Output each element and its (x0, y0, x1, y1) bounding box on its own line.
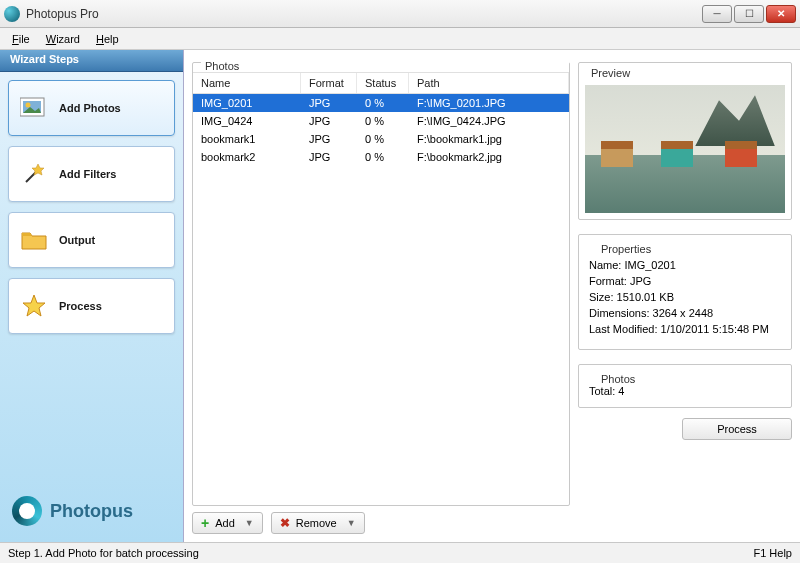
add-button[interactable]: + Add ▼ (192, 512, 263, 534)
table-header: Name Format Status Path (193, 72, 569, 94)
wizard-step-label: Add Filters (59, 168, 116, 180)
photos-count-title: Photos (597, 373, 639, 385)
photos-table[interactable]: Name Format Status Path IMG_0201 JPG 0 %… (193, 72, 569, 505)
photo-icon (19, 93, 49, 123)
prop-format: JPG (630, 275, 651, 287)
table-row[interactable]: IMG_0201 JPG 0 % F:\IMG_0201.JPG (193, 94, 569, 112)
star-icon (19, 291, 49, 321)
col-path[interactable]: Path (409, 73, 569, 93)
menu-help[interactable]: Help (90, 31, 125, 47)
photos-count-group: Photos Total: 4 (578, 364, 792, 408)
minimize-button[interactable]: ─ (702, 5, 732, 23)
x-icon: ✖ (280, 517, 290, 529)
col-status[interactable]: Status (357, 73, 409, 93)
preview-image (585, 85, 785, 213)
wizard-step-process[interactable]: Process (8, 278, 175, 334)
brand-icon (12, 496, 42, 526)
chevron-down-icon: ▼ (347, 518, 356, 528)
titlebar: Photopus Pro ─ ☐ ✕ (0, 0, 800, 28)
status-text: Step 1. Add Photo for batch processing (8, 547, 753, 559)
prop-dimensions: 3264 x 2448 (653, 307, 714, 319)
photos-group-title: Photos (201, 60, 569, 72)
menu-wizard[interactable]: Wizard (40, 31, 86, 47)
plus-icon: + (201, 516, 209, 530)
remove-label: Remove (296, 517, 337, 529)
wizard-step-output[interactable]: Output (8, 212, 175, 268)
col-name[interactable]: Name (193, 73, 301, 93)
wizard-step-label: Process (59, 300, 102, 312)
preview-title: Preview (587, 67, 634, 79)
window-title: Photopus Pro (26, 7, 702, 21)
col-format[interactable]: Format (301, 73, 357, 93)
remove-button[interactable]: ✖ Remove ▼ (271, 512, 365, 534)
wand-icon (19, 159, 49, 189)
table-row[interactable]: bookmark2 JPG 0 % F:\bookmark2.jpg (193, 148, 569, 166)
process-button[interactable]: Process (682, 418, 792, 440)
properties-title: Properties (597, 243, 655, 255)
photos-total: 4 (618, 385, 624, 397)
wizard-step-add-filters[interactable]: Add Filters (8, 146, 175, 202)
menubar: File Wizard Help (0, 28, 800, 50)
sidebar-header: Wizard Steps (0, 50, 183, 72)
chevron-down-icon: ▼ (245, 518, 254, 528)
table-row[interactable]: IMG_0424 JPG 0 % F:\IMG_0424.JPG (193, 112, 569, 130)
add-label: Add (215, 517, 235, 529)
properties-group: Properties Name: IMG_0201 Format: JPG Si… (578, 234, 792, 350)
photos-group: Photos Name Format Status Path IMG_0201 … (192, 62, 570, 506)
sidebar: Wizard Steps Add Photos Add Filters Outp… (0, 50, 184, 542)
preview-group: Preview (578, 62, 792, 220)
folder-icon (19, 225, 49, 255)
prop-size: 1510.01 KB (617, 291, 675, 303)
wizard-step-label: Add Photos (59, 102, 121, 114)
brand-text: Photopus (50, 501, 133, 522)
wizard-step-add-photos[interactable]: Add Photos (8, 80, 175, 136)
app-icon (4, 6, 20, 22)
maximize-button[interactable]: ☐ (734, 5, 764, 23)
prop-name: IMG_0201 (624, 259, 675, 271)
statusbar: Step 1. Add Photo for batch processing F… (0, 542, 800, 563)
wizard-step-label: Output (59, 234, 95, 246)
status-help: F1 Help (753, 547, 792, 559)
brand: Photopus (0, 484, 183, 542)
menu-file[interactable]: File (6, 31, 36, 47)
table-row[interactable]: bookmark1 JPG 0 % F:\bookmark1.jpg (193, 130, 569, 148)
svg-point-2 (26, 103, 31, 108)
close-button[interactable]: ✕ (766, 5, 796, 23)
prop-modified: 1/10/2011 5:15:48 PM (661, 323, 769, 335)
